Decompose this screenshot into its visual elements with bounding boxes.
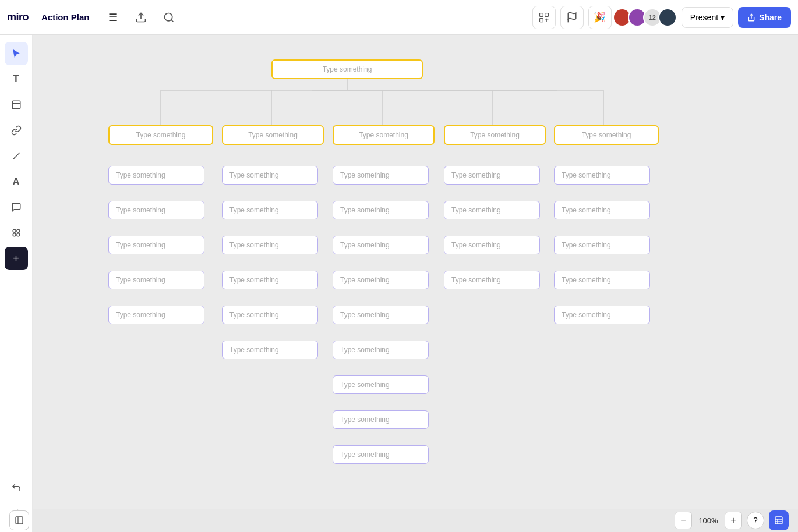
tool-link[interactable] — [5, 119, 28, 142]
widget-icon — [538, 12, 550, 23]
panel-button[interactable] — [769, 510, 789, 530]
col2-child-3[interactable]: Type something — [222, 236, 318, 254]
tool-cursor[interactable] — [5, 42, 28, 65]
menu-button[interactable]: ☰ — [103, 7, 123, 28]
flag-icon — [566, 12, 578, 23]
col3-header[interactable]: Type something — [333, 125, 435, 145]
tool-text[interactable]: T — [5, 68, 28, 91]
col5-child-1-text: Type something — [562, 171, 611, 179]
col3-child-4[interactable]: Type something — [333, 271, 429, 289]
tool-apps[interactable] — [5, 221, 28, 244]
col1-child-2[interactable]: Type something — [108, 201, 204, 219]
tool-add[interactable]: + — [5, 247, 28, 270]
col5-child-1[interactable]: Type something — [554, 166, 650, 185]
present-button[interactable]: Present ▾ — [682, 7, 733, 28]
col3-child-6[interactable]: Type something — [333, 341, 429, 359]
upload-button[interactable] — [130, 7, 151, 28]
tool-shapes[interactable]: A — [5, 170, 28, 193]
party-button[interactable]: 🎉 — [588, 6, 612, 29]
col4-child-1-text: Type something — [451, 171, 501, 179]
tool-comment[interactable] — [5, 196, 28, 219]
canvas[interactable]: Type something Type something Type somet… — [33, 35, 798, 509]
miro-logo: miro — [7, 11, 29, 23]
col4-child-3-text: Type something — [451, 241, 501, 249]
col2-child-1[interactable]: Type something — [222, 166, 318, 185]
sidebar-toggle-icon — [15, 516, 24, 525]
svg-line-12 — [13, 157, 15, 159]
col5-child-2[interactable]: Type something — [554, 201, 650, 219]
col3-child-5-text: Type something — [340, 311, 390, 319]
col4-header[interactable]: Type something — [444, 125, 546, 145]
widget-button[interactable] — [532, 6, 556, 29]
col3-child-5[interactable]: Type something — [333, 306, 429, 324]
undo-button[interactable] — [5, 476, 28, 499]
col2-child-4-text: Type something — [229, 276, 279, 284]
col3-child-8-text: Type something — [340, 416, 390, 424]
svg-point-13 — [13, 229, 16, 232]
col3-child-9[interactable]: Type something — [333, 445, 429, 464]
search-button[interactable] — [158, 7, 179, 28]
col1-child-1[interactable]: Type something — [108, 166, 204, 185]
flag-button[interactable] — [560, 6, 584, 29]
col2-header-text: Type something — [248, 131, 298, 139]
col3-child-8[interactable]: Type something — [333, 410, 429, 429]
col5-child-5[interactable]: Type something — [554, 306, 650, 324]
col2-child-2[interactable]: Type something — [222, 201, 318, 219]
svg-rect-4 — [545, 13, 548, 16]
col5-child-3[interactable]: Type something — [554, 236, 650, 254]
sidebar-toggle-button[interactable] — [9, 510, 29, 530]
text-icon: T — [13, 74, 19, 84]
col3-child-2[interactable]: Type something — [333, 201, 429, 219]
bottombar: − 100% + ? — [0, 509, 798, 532]
col1-header[interactable]: Type something — [108, 125, 213, 145]
col1-child-5[interactable]: Type something — [108, 306, 204, 324]
col3-child-7[interactable]: Type something — [333, 375, 429, 394]
col5-child-2-text: Type something — [562, 206, 611, 214]
col1-child-2-text: Type something — [116, 206, 165, 214]
col5-header[interactable]: Type something — [554, 125, 659, 145]
svg-rect-3 — [539, 13, 543, 16]
col2-child-6[interactable]: Type something — [222, 341, 318, 359]
col5-child-4[interactable]: Type something — [554, 271, 650, 289]
col1-child-3-text: Type something — [116, 241, 165, 249]
col2-child-4[interactable]: Type something — [222, 271, 318, 289]
share-icon — [747, 13, 755, 22]
avatar-3 — [658, 8, 677, 27]
zoom-out-button[interactable]: − — [675, 512, 692, 529]
shapes-icon: A — [13, 176, 20, 187]
zoom-level-label: 100% — [697, 516, 720, 525]
tool-sticky[interactable] — [5, 93, 28, 116]
col3-child-3[interactable]: Type something — [333, 236, 429, 254]
col5-child-5-text: Type something — [562, 311, 611, 319]
col2-child-5[interactable]: Type something — [222, 306, 318, 324]
share-button[interactable]: Share — [738, 7, 791, 28]
col4-child-3[interactable]: Type something — [444, 236, 540, 254]
col4-child-2-text: Type something — [451, 206, 501, 214]
col1-child-4[interactable]: Type something — [108, 271, 204, 289]
root-node[interactable]: Type something — [271, 59, 423, 79]
col4-child-1[interactable]: Type something — [444, 166, 540, 185]
sticky-icon — [11, 100, 22, 110]
add-icon: + — [13, 253, 19, 265]
col2-header[interactable]: Type something — [222, 125, 324, 145]
zoom-out-icon: − — [680, 515, 686, 526]
col3-child-1-text: Type something — [340, 171, 390, 179]
col3-child-3-text: Type something — [340, 241, 390, 249]
col4-child-4[interactable]: Type something — [444, 271, 540, 289]
tool-pen[interactable] — [5, 144, 28, 168]
col3-child-4-text: Type something — [340, 276, 390, 284]
help-button[interactable]: ? — [747, 512, 764, 529]
col3-child-2-text: Type something — [340, 206, 390, 214]
col3-child-1[interactable]: Type something — [333, 166, 429, 185]
col2-child-1-text: Type something — [229, 171, 279, 179]
col3-child-6-text: Type something — [340, 346, 390, 354]
zoom-in-button[interactable]: + — [725, 512, 742, 529]
col1-child-3[interactable]: Type something — [108, 236, 204, 254]
svg-rect-27 — [775, 517, 782, 524]
menu-icon: ☰ — [108, 11, 118, 24]
col4-child-2[interactable]: Type something — [444, 201, 540, 219]
svg-rect-10 — [12, 101, 20, 109]
root-node-text: Type something — [323, 65, 372, 73]
present-chevron-icon: ▾ — [721, 13, 725, 22]
col5-header-text: Type something — [582, 131, 631, 139]
